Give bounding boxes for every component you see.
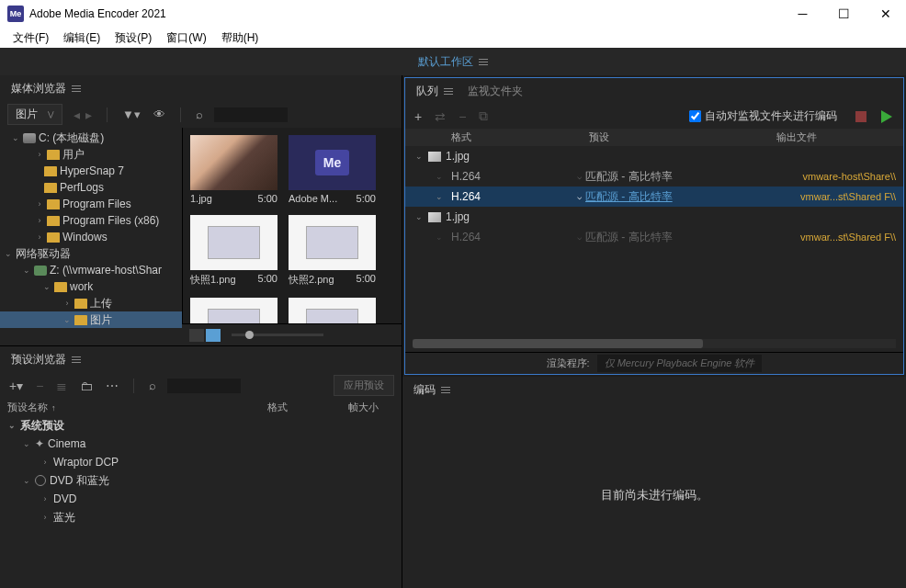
queue-file-row[interactable]: ⌄1.jpg bbox=[405, 146, 903, 166]
header-preset-name[interactable]: 预设名称 ↑ bbox=[7, 401, 260, 414]
preset-settings-button[interactable]: ≣ bbox=[54, 377, 69, 395]
window-title: Adobe Media Encoder 2021 bbox=[29, 7, 782, 20]
queue-output-row-selected[interactable]: ⌄H.264⌵ 匹配源 - 高比特率 \\vmwar...st\Shared F bbox=[405, 187, 903, 207]
queue-panel: 队列 监视文件夹 + ⇄ − ⧉ 自动对监视文件夹进行编码 bbox=[404, 77, 904, 375]
add-source-button[interactable]: + bbox=[413, 107, 424, 126]
hamburger-icon bbox=[72, 85, 81, 92]
tree-folder[interactable]: ›上传 bbox=[0, 295, 182, 311]
search-icon: ⌕ bbox=[194, 106, 205, 123]
menu-help[interactable]: 帮助(H) bbox=[214, 28, 266, 48]
tree-network-group[interactable]: ⌄网络驱动器 bbox=[0, 245, 182, 262]
tree-folder[interactable]: ›用户 bbox=[0, 146, 182, 163]
menu-window[interactable]: 窗口(W) bbox=[159, 28, 213, 48]
tab-media-browser[interactable]: 媒体浏览器 bbox=[9, 77, 83, 100]
grid-view-button[interactable] bbox=[206, 329, 221, 342]
nav-back-icon[interactable]: ◂ bbox=[72, 106, 82, 124]
thumb-item[interactable] bbox=[289, 298, 376, 323]
tab-queue[interactable]: 队列 bbox=[414, 80, 455, 103]
media-tree[interactable]: ⌄C: (本地磁盘) ›用户 HyperSnap 7 PerfLogs ›Pro… bbox=[0, 128, 182, 345]
menu-file[interactable]: 文件(F) bbox=[6, 28, 56, 48]
render-engine-label: 渲染程序: bbox=[547, 356, 590, 370]
menubar: 文件(F) 编辑(E) 预设(P) 窗口(W) 帮助(H) bbox=[0, 28, 906, 48]
start-button[interactable] bbox=[881, 110, 892, 123]
hamburger-icon bbox=[72, 356, 81, 363]
nav-forward-icon[interactable]: ▸ bbox=[84, 106, 94, 124]
maximize-button[interactable]: ☐ bbox=[823, 0, 865, 28]
queue-tree: ⌄1.jpg ⌄H.264⌵ 匹配源 - 高比特率 \\vmware-host\… bbox=[405, 146, 903, 247]
thumbnail-icon bbox=[190, 298, 277, 323]
close-button[interactable]: ✕ bbox=[865, 0, 906, 28]
app-icon: Me bbox=[7, 6, 24, 22]
tab-preset-browser[interactable]: 预设浏览器 bbox=[9, 348, 83, 371]
menu-edit[interactable]: 编辑(E) bbox=[56, 28, 108, 48]
thumb-item[interactable]: MeAdobe M...5:00 bbox=[289, 135, 376, 204]
preset-group-system[interactable]: ⌄系统预设 bbox=[0, 416, 402, 435]
thumbnails-grid: 1.jpg5:00 MeAdobe M...5:00 快照1.png5:00 快… bbox=[182, 128, 402, 323]
preset-group-dvdbd[interactable]: ⌄DVD 和蓝光 bbox=[0, 471, 402, 490]
minimize-button[interactable]: ─ bbox=[782, 0, 823, 28]
disc-icon bbox=[35, 475, 46, 486]
encoding-status-text: 目前尚未进行编码。 bbox=[601, 487, 708, 503]
header-framesize[interactable]: 帧大小 bbox=[348, 401, 394, 414]
eye-icon[interactable]: 👁 bbox=[152, 106, 167, 123]
header-preset[interactable]: 预设 bbox=[589, 130, 776, 144]
media-browser-toolbar: 图片⋁ ◂ ▸ ▼▾ 👁 ⌕ bbox=[0, 101, 402, 128]
tree-folder[interactable]: HyperSnap 7 bbox=[0, 163, 182, 179]
remove-button[interactable]: − bbox=[457, 107, 468, 126]
add-preset-button[interactable]: +▾ bbox=[7, 377, 25, 395]
tree-folder[interactable]: ›Program Files (x86) bbox=[0, 212, 182, 229]
preset-item[interactable]: ›DVD bbox=[0, 490, 402, 508]
stop-button[interactable] bbox=[855, 111, 866, 122]
workspace-selector[interactable]: 默认工作区 bbox=[418, 54, 488, 70]
header-format[interactable]: 格式 bbox=[267, 401, 341, 414]
preset-search-input[interactable] bbox=[167, 379, 241, 393]
duplicate-button[interactable]: ⧉ bbox=[477, 107, 490, 126]
tree-folder[interactable]: PerfLogs bbox=[0, 179, 182, 196]
workspace-bar: 默认工作区 bbox=[0, 48, 906, 75]
thumb-item[interactable]: 快照2.png5:00 bbox=[289, 215, 376, 287]
thumbnail-icon bbox=[289, 215, 376, 270]
new-folder-button[interactable]: 🗀 bbox=[78, 377, 95, 395]
tree-folder[interactable]: ⌄work bbox=[0, 278, 182, 295]
search-icon: ⌕ bbox=[147, 377, 158, 394]
preset-group-cinema[interactable]: ⌄✦Cinema bbox=[0, 435, 402, 453]
hamburger-icon bbox=[479, 59, 488, 65]
tab-encoding[interactable]: 编码 bbox=[412, 379, 452, 401]
render-engine-dropdown[interactable]: 仅 Mercury Playback Engine 软件 bbox=[597, 355, 763, 372]
auto-encode-checkbox[interactable]: 自动对监视文件夹进行编码 bbox=[689, 108, 837, 124]
tree-disk-c[interactable]: ⌄C: (本地磁盘) bbox=[0, 130, 182, 146]
queue-output-row[interactable]: ⌄H.264⌵ 匹配源 - 高比特率 \\vmwar...st\Shared F bbox=[405, 227, 903, 247]
queue-file-row[interactable]: ⌄1.jpg bbox=[405, 207, 903, 227]
remove-preset-button[interactable]: − bbox=[34, 377, 45, 395]
hamburger-icon bbox=[441, 387, 450, 393]
zoom-slider[interactable] bbox=[232, 334, 323, 336]
header-format[interactable]: 格式 bbox=[451, 130, 589, 144]
header-output[interactable]: 输出文件 bbox=[776, 130, 896, 144]
tree-folder[interactable]: ›Program Files bbox=[0, 196, 182, 212]
thumbnail-icon bbox=[190, 215, 277, 270]
preset-tree[interactable]: ⌄系统预设 ⌄✦Cinema ›Wraptor DCP ⌄DVD 和蓝光 ›DV… bbox=[0, 416, 402, 588]
folder-dropdown[interactable]: 图片⋁ bbox=[7, 104, 62, 125]
file-icon bbox=[428, 152, 441, 162]
thumb-item[interactable]: 1.jpg5:00 bbox=[190, 135, 277, 204]
search-input[interactable] bbox=[214, 107, 288, 122]
tree-network-drive[interactable]: ⌄Z: (\\vmware-host\Shar bbox=[0, 262, 182, 278]
queue-output-row[interactable]: ⌄H.264⌵ 匹配源 - 高比特率 \\vmware-host\Share bbox=[405, 166, 903, 187]
thumb-item[interactable] bbox=[190, 298, 277, 323]
filter-icon[interactable]: ▼▾ bbox=[120, 106, 142, 123]
preset-item[interactable]: ›Wraptor DCP bbox=[0, 453, 402, 471]
tab-watch-folders[interactable]: 监视文件夹 bbox=[466, 80, 525, 103]
options-button[interactable]: ⋯ bbox=[104, 377, 120, 395]
thumb-item[interactable]: 快照1.png5:00 bbox=[190, 215, 277, 287]
tree-folder-selected[interactable]: ⌄图片 bbox=[0, 311, 182, 328]
thumbnail-icon bbox=[289, 298, 376, 323]
sync-button[interactable]: ⇄ bbox=[433, 107, 447, 126]
hamburger-icon bbox=[444, 88, 453, 95]
apply-preset-button[interactable]: 应用预设 bbox=[334, 375, 394, 396]
list-view-button[interactable] bbox=[189, 329, 204, 342]
menu-preset[interactable]: 预设(P) bbox=[108, 28, 159, 48]
preset-item[interactable]: ›蓝光 bbox=[0, 508, 402, 526]
horizontal-scrollbar[interactable] bbox=[413, 339, 896, 348]
file-icon bbox=[428, 212, 441, 222]
tree-folder[interactable]: ›Windows bbox=[0, 229, 182, 245]
